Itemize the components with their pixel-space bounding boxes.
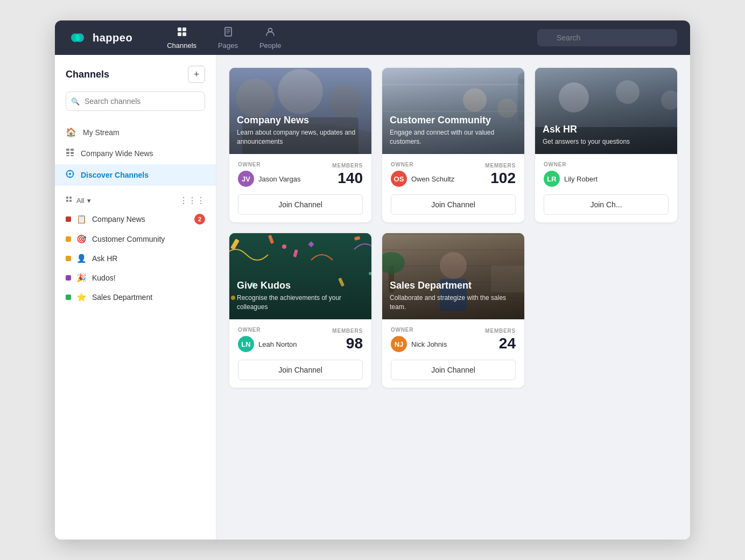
ask-hr-card-name: Ask HR	[543, 124, 670, 135]
card-image-give-kudos: Give Kudos Recognise the achievements of…	[229, 233, 371, 319]
search-channels-wrapper: 🔍	[55, 92, 216, 122]
sales-members-count: 24	[499, 336, 516, 351]
join-ask-hr-button[interactable]: Join Ch...	[544, 194, 669, 215]
svg-rect-24	[66, 197, 68, 199]
customer-community-meta: OWNER OS Owen Schultz MEMBERS 102	[391, 162, 516, 187]
company-news-emoji: 📋	[76, 214, 87, 224]
discover-label: Discover Channels	[81, 171, 149, 179]
customer-community-members-count: 102	[490, 171, 516, 186]
ask-hr-owner-name: Lily Robert	[564, 175, 598, 183]
customer-community-owner-label: OWNER	[391, 162, 454, 167]
home-icon: 🏠	[66, 127, 76, 137]
channel-card-sales[interactable]: Sales Department Collaborate and strateg…	[382, 233, 524, 388]
people-icon	[265, 26, 276, 40]
svg-rect-3	[178, 27, 181, 31]
sidebar-divider	[55, 186, 216, 192]
search-wrapper: 🔍	[537, 29, 677, 46]
sales-owner: OWNER NJ Nick Johnis	[391, 327, 447, 352]
kudos-dot	[66, 275, 71, 281]
card-image-ask-hr: Ask HR Get answers to your questions	[535, 68, 677, 154]
card-image-sales: Sales Department Collaborate and strateg…	[382, 233, 524, 319]
dots-menu-icon[interactable]: ⋮⋮⋮	[179, 195, 205, 206]
ask-hr-image-text: Ask HR Get answers to your questions	[535, 116, 677, 154]
kudos-footer: OWNER LN Leah Norton MEMBERS 98	[229, 319, 371, 388]
pages-icon	[223, 26, 234, 40]
happeo-logo-icon	[68, 28, 87, 47]
grid-icon	[66, 148, 74, 159]
sales-footer: OWNER NJ Nick Johnis MEMBERS 24	[382, 319, 524, 388]
kudos-owner-info: LN Leah Norton	[238, 336, 297, 352]
customer-community-members: MEMBERS 102	[485, 163, 516, 186]
sidebar-nav-my-stream[interactable]: 🏠 My Stream	[55, 122, 216, 143]
channel-item-sales-dept[interactable]: ⭐ Sales Department	[55, 288, 216, 307]
channel-item-company-news[interactable]: 📋 Company News 2	[55, 209, 216, 229]
channels-icon	[177, 26, 187, 40]
kudos-members-label: MEMBERS	[332, 328, 363, 334]
channel-item-customer-community[interactable]: 🎯 Customer Community	[55, 229, 216, 249]
ask-hr-label: Ask HR	[92, 254, 117, 263]
kudos-image-text: Give Kudos Recognise the achievements of…	[229, 272, 371, 319]
channel-card-company-news[interactable]: Company News Learn about company news, u…	[229, 68, 371, 222]
channel-card-ask-hr[interactable]: Ask HR Get answers to your questions OWN…	[535, 68, 677, 222]
filter-icon	[66, 196, 73, 205]
search-channels-input[interactable]	[66, 92, 205, 111]
customer-community-footer: OWNER OS Owen Schultz MEMBERS 102	[382, 154, 524, 222]
kudos-owner-name: Leah Norton	[258, 340, 297, 348]
svg-rect-16	[66, 155, 69, 156]
kudos-card-name: Give Kudos	[237, 280, 364, 291]
customer-community-card-desc: Engage and connect with our valued custo…	[390, 128, 517, 146]
company-news-image-text: Company News Learn about company news, u…	[229, 107, 371, 154]
company-news-dot	[66, 216, 71, 222]
sidebar-nav-discover[interactable]: Discover Channels	[55, 164, 216, 186]
ask-hr-owner-info: LR Lily Robert	[544, 171, 598, 187]
svg-rect-13	[71, 149, 74, 151]
ask-hr-footer: OWNER LR Lily Robert Join Ch...	[535, 154, 677, 222]
nav-item-people[interactable]: People	[251, 22, 290, 54]
add-channel-button[interactable]: +	[188, 66, 205, 83]
nav-item-pages[interactable]: Pages	[209, 22, 247, 54]
join-customer-community-button[interactable]: Join Channel	[391, 194, 516, 215]
company-news-owner-label: OWNER	[238, 162, 301, 167]
svg-rect-5	[178, 32, 181, 36]
channels-grid: Company News Learn about company news, u…	[229, 68, 677, 388]
sales-meta: OWNER NJ Nick Johnis MEMBERS 24	[391, 327, 516, 352]
svg-rect-25	[69, 197, 72, 199]
join-sales-button[interactable]: Join Channel	[391, 360, 516, 380]
company-news-card-desc: Learn about company news, updates and an…	[237, 128, 364, 146]
my-stream-label: My Stream	[83, 128, 120, 137]
filter-label: All	[76, 197, 84, 205]
people-nav-label: People	[259, 41, 281, 50]
customer-community-owner-name: Owen Schultz	[411, 175, 454, 183]
channel-item-ask-hr[interactable]: 👤 Ask HR	[55, 249, 216, 268]
channel-card-give-kudos[interactable]: Give Kudos Recognise the achievements of…	[229, 233, 371, 388]
svg-rect-12	[66, 149, 69, 151]
sales-emoji: ⭐	[76, 292, 87, 302]
company-wide-label: Company Wide News	[81, 149, 153, 158]
kudos-owner-label: OWNER	[238, 327, 297, 333]
search-input[interactable]	[537, 29, 677, 46]
sidebar-title: Channels	[66, 69, 109, 80]
join-company-news-button[interactable]: Join Channel	[238, 194, 363, 215]
customer-community-owner-avatar: OS	[391, 171, 407, 187]
customer-community-members-label: MEMBERS	[485, 163, 516, 169]
top-nav: happeo Channels	[55, 20, 690, 55]
company-news-footer: OWNER JV Jason Vargas MEMBERS 140	[229, 154, 371, 222]
ask-hr-emoji: 👤	[76, 254, 87, 263]
filter-all[interactable]: All ▾	[66, 196, 91, 205]
ask-hr-owner-avatar: LR	[544, 171, 560, 187]
search-channels-container: 🔍	[66, 92, 205, 111]
company-news-owner-avatar: JV	[238, 171, 254, 187]
sales-dept-label: Sales Department	[92, 293, 152, 302]
kudos-members: MEMBERS 98	[332, 328, 363, 351]
customer-community-card-name: Customer Community	[390, 115, 517, 126]
nav-item-channels[interactable]: Channels	[158, 22, 205, 54]
sidebar-nav-company-wide[interactable]: Company Wide News	[55, 143, 216, 164]
join-kudos-button[interactable]: Join Channel	[238, 360, 363, 380]
channel-card-customer-community[interactable]: Customer Community Engage and connect wi…	[382, 68, 524, 222]
kudos-label: Kudos!	[92, 274, 116, 282]
company-news-members-label: MEMBERS	[332, 163, 363, 169]
ask-hr-dot	[66, 256, 71, 261]
kudos-owner: OWNER LN Leah Norton	[238, 327, 297, 352]
channel-item-kudos[interactable]: 🎉 Kudos!	[55, 268, 216, 288]
kudos-card-desc: Recognise the achievements of your colle…	[237, 293, 364, 312]
